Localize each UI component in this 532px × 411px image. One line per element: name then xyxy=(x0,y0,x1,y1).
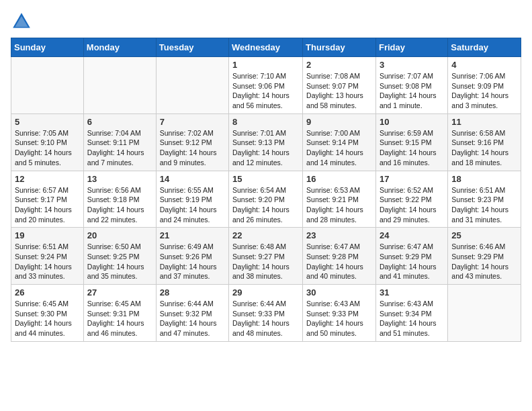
day-info: Sunrise: 7:05 AMSunset: 9:10 PMDaylight:… xyxy=(15,128,80,168)
calendar-cell: 18Sunrise: 6:51 AMSunset: 9:23 PMDayligh… xyxy=(448,171,521,228)
day-info: Sunrise: 7:00 AMSunset: 9:14 PMDaylight:… xyxy=(306,128,372,168)
calendar-cell: 3Sunrise: 7:07 AMSunset: 9:08 PMDaylight… xyxy=(375,57,447,114)
day-number: 2 xyxy=(306,60,372,70)
day-number: 11 xyxy=(451,117,517,127)
day-number: 10 xyxy=(380,117,444,127)
calendar-cell xyxy=(11,57,84,114)
col-header-friday: Friday xyxy=(375,38,447,57)
day-number: 22 xyxy=(232,230,299,240)
calendar-cell: 16Sunrise: 6:53 AMSunset: 9:21 PMDayligh… xyxy=(303,171,376,228)
day-info: Sunrise: 6:43 AMSunset: 9:33 PMDaylight:… xyxy=(306,299,372,338)
calendar-cell: 28Sunrise: 6:44 AMSunset: 9:32 PMDayligh… xyxy=(156,285,228,342)
calendar-cell: 5Sunrise: 7:05 AMSunset: 9:10 PMDaylight… xyxy=(11,113,84,171)
day-info: Sunrise: 6:52 AMSunset: 9:22 PMDaylight:… xyxy=(380,185,444,225)
calendar-week-5: 26Sunrise: 6:45 AMSunset: 9:30 PMDayligh… xyxy=(11,285,521,342)
page-header xyxy=(11,11,521,32)
day-info: Sunrise: 6:57 AMSunset: 9:17 PMDaylight:… xyxy=(15,185,80,225)
day-number: 28 xyxy=(160,287,225,298)
calendar-week-3: 12Sunrise: 6:57 AMSunset: 9:17 PMDayligh… xyxy=(11,171,521,228)
day-number: 24 xyxy=(380,230,444,240)
calendar-cell: 30Sunrise: 6:43 AMSunset: 9:33 PMDayligh… xyxy=(303,285,376,342)
day-number: 12 xyxy=(15,174,80,184)
day-number: 6 xyxy=(87,117,152,127)
day-info: Sunrise: 6:50 AMSunset: 9:25 PMDaylight:… xyxy=(87,242,152,281)
logo xyxy=(11,11,35,32)
day-number: 4 xyxy=(451,60,517,70)
day-number: 30 xyxy=(306,287,372,298)
day-number: 20 xyxy=(87,230,152,240)
calendar-cell: 20Sunrise: 6:50 AMSunset: 9:25 PMDayligh… xyxy=(83,228,156,285)
calendar-cell: 29Sunrise: 6:44 AMSunset: 9:33 PMDayligh… xyxy=(229,285,303,342)
day-number: 7 xyxy=(160,117,225,127)
calendar-cell: 15Sunrise: 6:54 AMSunset: 9:20 PMDayligh… xyxy=(229,171,303,228)
day-info: Sunrise: 6:45 AMSunset: 9:30 PMDaylight:… xyxy=(15,299,80,338)
col-header-monday: Monday xyxy=(83,38,156,57)
day-number: 1 xyxy=(232,60,299,70)
day-info: Sunrise: 7:10 AMSunset: 9:06 PMDaylight:… xyxy=(232,71,299,111)
calendar-cell: 23Sunrise: 6:47 AMSunset: 9:28 PMDayligh… xyxy=(303,228,376,285)
col-header-saturday: Saturday xyxy=(448,38,521,57)
col-header-sunday: Sunday xyxy=(11,38,84,57)
day-info: Sunrise: 6:54 AMSunset: 9:20 PMDaylight:… xyxy=(232,185,299,225)
col-header-wednesday: Wednesday xyxy=(229,38,303,57)
day-info: Sunrise: 6:53 AMSunset: 9:21 PMDaylight:… xyxy=(306,185,372,225)
calendar-week-4: 19Sunrise: 6:51 AMSunset: 9:24 PMDayligh… xyxy=(11,228,521,285)
calendar-cell: 14Sunrise: 6:55 AMSunset: 9:19 PMDayligh… xyxy=(156,171,228,228)
calendar-cell: 10Sunrise: 6:59 AMSunset: 9:15 PMDayligh… xyxy=(375,113,447,171)
calendar-table: SundayMondayTuesdayWednesdayThursdayFrid… xyxy=(11,38,521,342)
logo-icon xyxy=(11,11,32,32)
day-info: Sunrise: 6:47 AMSunset: 9:29 PMDaylight:… xyxy=(380,242,444,281)
day-info: Sunrise: 6:48 AMSunset: 9:27 PMDaylight:… xyxy=(232,242,299,281)
day-number: 21 xyxy=(160,230,225,240)
day-info: Sunrise: 6:49 AMSunset: 9:26 PMDaylight:… xyxy=(160,242,225,281)
calendar-cell: 19Sunrise: 6:51 AMSunset: 9:24 PMDayligh… xyxy=(11,228,84,285)
day-info: Sunrise: 7:06 AMSunset: 9:09 PMDaylight:… xyxy=(451,71,517,111)
day-number: 3 xyxy=(380,60,444,70)
day-number: 27 xyxy=(87,287,152,298)
calendar-cell: 24Sunrise: 6:47 AMSunset: 9:29 PMDayligh… xyxy=(375,228,447,285)
calendar-cell: 26Sunrise: 6:45 AMSunset: 9:30 PMDayligh… xyxy=(11,285,84,342)
day-number: 13 xyxy=(87,174,152,184)
calendar-cell: 8Sunrise: 7:01 AMSunset: 9:13 PMDaylight… xyxy=(229,113,303,171)
day-info: Sunrise: 6:55 AMSunset: 9:19 PMDaylight:… xyxy=(160,185,225,225)
day-info: Sunrise: 7:08 AMSunset: 9:07 PMDaylight:… xyxy=(306,71,372,111)
day-info: Sunrise: 6:56 AMSunset: 9:18 PMDaylight:… xyxy=(87,185,152,225)
day-info: Sunrise: 6:59 AMSunset: 9:15 PMDaylight:… xyxy=(380,128,444,168)
day-info: Sunrise: 6:58 AMSunset: 9:16 PMDaylight:… xyxy=(451,128,517,168)
day-number: 29 xyxy=(232,287,299,298)
calendar-cell: 2Sunrise: 7:08 AMSunset: 9:07 PMDaylight… xyxy=(303,57,376,114)
day-number: 17 xyxy=(380,174,444,184)
calendar-cell xyxy=(448,285,521,342)
day-info: Sunrise: 6:51 AMSunset: 9:23 PMDaylight:… xyxy=(451,185,517,225)
calendar-week-2: 5Sunrise: 7:05 AMSunset: 9:10 PMDaylight… xyxy=(11,113,521,171)
calendar-cell: 21Sunrise: 6:49 AMSunset: 9:26 PMDayligh… xyxy=(156,228,228,285)
calendar-cell: 7Sunrise: 7:02 AMSunset: 9:12 PMDaylight… xyxy=(156,113,228,171)
day-number: 8 xyxy=(232,117,299,127)
day-info: Sunrise: 6:47 AMSunset: 9:28 PMDaylight:… xyxy=(306,242,372,281)
day-info: Sunrise: 7:07 AMSunset: 9:08 PMDaylight:… xyxy=(380,71,444,111)
day-info: Sunrise: 6:45 AMSunset: 9:31 PMDaylight:… xyxy=(87,299,152,338)
day-number: 16 xyxy=(306,174,372,184)
day-number: 15 xyxy=(232,174,299,184)
calendar-cell: 27Sunrise: 6:45 AMSunset: 9:31 PMDayligh… xyxy=(83,285,156,342)
day-number: 9 xyxy=(306,117,372,127)
day-number: 18 xyxy=(451,174,517,184)
calendar-cell: 17Sunrise: 6:52 AMSunset: 9:22 PMDayligh… xyxy=(375,171,447,228)
day-number: 5 xyxy=(15,117,80,127)
calendar-cell: 9Sunrise: 7:00 AMSunset: 9:14 PMDaylight… xyxy=(303,113,376,171)
day-info: Sunrise: 7:02 AMSunset: 9:12 PMDaylight:… xyxy=(160,128,225,168)
calendar-cell: 6Sunrise: 7:04 AMSunset: 9:11 PMDaylight… xyxy=(83,113,156,171)
day-number: 19 xyxy=(15,230,80,240)
day-number: 26 xyxy=(15,287,80,298)
day-info: Sunrise: 7:01 AMSunset: 9:13 PMDaylight:… xyxy=(232,128,299,168)
calendar-header-row: SundayMondayTuesdayWednesdayThursdayFrid… xyxy=(11,38,521,57)
day-info: Sunrise: 6:44 AMSunset: 9:32 PMDaylight:… xyxy=(160,299,225,338)
calendar-cell xyxy=(83,57,156,114)
calendar-cell: 11Sunrise: 6:58 AMSunset: 9:16 PMDayligh… xyxy=(448,113,521,171)
calendar-cell: 31Sunrise: 6:43 AMSunset: 9:34 PMDayligh… xyxy=(375,285,447,342)
day-number: 31 xyxy=(380,287,444,298)
calendar-cell: 25Sunrise: 6:46 AMSunset: 9:29 PMDayligh… xyxy=(448,228,521,285)
calendar-cell: 4Sunrise: 7:06 AMSunset: 9:09 PMDaylight… xyxy=(448,57,521,114)
calendar-cell: 12Sunrise: 6:57 AMSunset: 9:17 PMDayligh… xyxy=(11,171,84,228)
day-info: Sunrise: 6:51 AMSunset: 9:24 PMDaylight:… xyxy=(15,242,80,281)
